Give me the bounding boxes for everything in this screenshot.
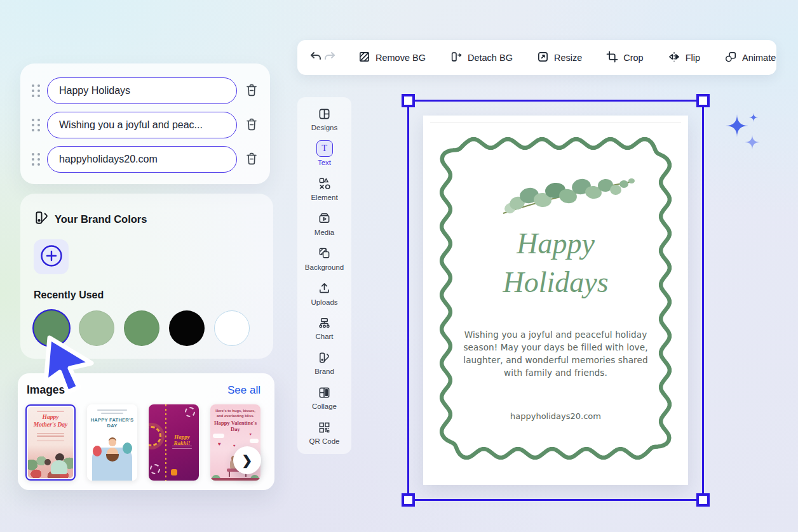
remove-bg-icon bbox=[358, 51, 370, 65]
text-field-row bbox=[29, 112, 261, 138]
side-toolbar: Designs T Text Element Media Background … bbox=[297, 97, 351, 454]
trash-icon bbox=[245, 117, 259, 134]
redo-icon bbox=[323, 50, 337, 65]
color-swatch-black[interactable] bbox=[169, 310, 205, 346]
crop-icon bbox=[606, 51, 618, 65]
next-images-button[interactable]: ❯ bbox=[233, 446, 261, 474]
sidebar-item-label: Chart bbox=[315, 333, 333, 340]
images-title: Images bbox=[27, 383, 65, 397]
resize-label: Resize bbox=[554, 53, 582, 63]
images-panel: Images See all HappyMother's Day HAPPY F… bbox=[18, 373, 274, 490]
undo-icon bbox=[309, 50, 323, 65]
undo-button[interactable] bbox=[309, 47, 323, 69]
delete-field-button[interactable] bbox=[242, 81, 261, 101]
animate-icon bbox=[724, 51, 737, 65]
rakhi-mandala bbox=[149, 426, 161, 446]
sidebar-item-label: Brand bbox=[314, 368, 334, 375]
sidebar-item-label: QR Code bbox=[309, 437, 340, 445]
text-field-row bbox=[29, 146, 261, 173]
crop-button[interactable]: Crop bbox=[598, 46, 651, 70]
text-field-row bbox=[29, 77, 261, 104]
resize-handle-bottom-left[interactable] bbox=[402, 493, 415, 507]
sidebar-item-label: Element bbox=[311, 194, 337, 201]
animate-label: Animate bbox=[742, 53, 776, 63]
chart-icon bbox=[316, 314, 333, 331]
text-field-title[interactable] bbox=[47, 77, 237, 104]
detach-bg-button[interactable]: Detach BG bbox=[442, 46, 520, 70]
brand-colors-panel: Your Brand Colors Recently Used bbox=[20, 194, 273, 359]
element-icon bbox=[316, 175, 333, 192]
sidebar-item-label: Media bbox=[314, 229, 334, 236]
brand-colors-title: Your Brand Colors bbox=[55, 213, 147, 225]
sidebar-item-label: Designs bbox=[311, 124, 338, 131]
text-fields-panel bbox=[20, 63, 270, 184]
resize-button[interactable]: Resize bbox=[529, 46, 590, 70]
redo-button[interactable] bbox=[323, 47, 337, 69]
text-field-website[interactable] bbox=[47, 146, 237, 173]
sidebar-item-background[interactable]: Background bbox=[297, 245, 351, 280]
fathers-day-title: HAPPY FATHER'S DAY bbox=[87, 417, 137, 429]
plus-circle-icon bbox=[39, 244, 64, 270]
remove-bg-label: Remove BG bbox=[375, 53, 426, 63]
resize-handle-top-left[interactable] bbox=[402, 94, 415, 107]
collage-icon bbox=[316, 384, 333, 401]
delete-field-button[interactable] bbox=[242, 115, 261, 135]
chevron-right-icon: ❯ bbox=[242, 453, 253, 468]
detach-bg-icon bbox=[450, 51, 463, 65]
text-field-message[interactable] bbox=[47, 112, 237, 138]
drag-handle-icon[interactable] bbox=[29, 84, 43, 97]
see-all-link[interactable]: See all bbox=[227, 384, 260, 397]
trash-icon bbox=[245, 83, 259, 100]
top-toolbar: Remove BG Detach BG Resize Crop Flip Ani… bbox=[297, 40, 776, 75]
sidebar-item-designs[interactable]: Designs bbox=[297, 105, 351, 140]
recently-used-label: Recently Used bbox=[34, 289, 260, 301]
sidebar-item-media[interactable]: Media bbox=[297, 210, 351, 245]
background-icon bbox=[316, 245, 333, 262]
detach-bg-label: Detach BG bbox=[468, 53, 513, 63]
uploads-icon bbox=[316, 280, 333, 296]
sidebar-item-chart[interactable]: Chart bbox=[297, 314, 351, 349]
ai-sparkles-icon bbox=[723, 109, 764, 157]
crop-label: Crop bbox=[623, 53, 643, 63]
svg-text:T: T bbox=[321, 143, 327, 153]
sidebar-item-label: Uploads bbox=[311, 298, 337, 306]
selection-bounding-box[interactable] bbox=[407, 100, 704, 501]
resize-handle-bottom-right[interactable] bbox=[696, 493, 710, 507]
flip-button[interactable]: Flip bbox=[660, 46, 708, 70]
brand-icon bbox=[316, 349, 333, 366]
brand-colors-icon bbox=[34, 210, 49, 228]
sidebar-item-qr-code[interactable]: QR Code bbox=[297, 419, 351, 454]
recently-used-swatches bbox=[34, 310, 260, 346]
sidebar-item-label: Background bbox=[305, 263, 344, 271]
add-brand-color-button[interactable] bbox=[34, 239, 69, 274]
valentines-title: Happy Valentine's Day bbox=[212, 420, 259, 433]
valentines-subtitle: Here's to hugs, kisses, and everlasting … bbox=[213, 409, 258, 419]
media-icon bbox=[316, 210, 333, 227]
resize-handle-top-right[interactable] bbox=[696, 94, 710, 107]
qr-code-icon bbox=[316, 419, 333, 436]
sidebar-item-label: Text bbox=[318, 159, 331, 166]
drag-handle-icon[interactable] bbox=[29, 119, 43, 131]
sidebar-item-text[interactable]: T Text bbox=[297, 140, 351, 175]
thumbnail-fathers-day-card[interactable]: HAPPY FATHER'S DAY bbox=[87, 404, 137, 481]
sidebar-item-element[interactable]: Element bbox=[297, 175, 351, 210]
sidebar-item-collage[interactable]: Collage bbox=[297, 384, 351, 419]
sidebar-item-brand[interactable]: Brand bbox=[297, 349, 351, 384]
drag-handle-icon[interactable] bbox=[29, 153, 43, 166]
sidebar-item-uploads[interactable]: Uploads bbox=[297, 280, 351, 315]
rakhi-logo bbox=[171, 469, 177, 475]
resize-icon bbox=[537, 51, 549, 65]
mothers-day-title: HappyMother's Day bbox=[28, 414, 73, 429]
flip-icon bbox=[668, 51, 680, 65]
color-swatch-light-green[interactable] bbox=[79, 310, 114, 346]
color-swatch-green[interactable] bbox=[124, 310, 159, 346]
animate-button[interactable]: Animate bbox=[717, 46, 783, 70]
delete-field-button[interactable] bbox=[242, 149, 261, 170]
color-swatch-green-selected[interactable] bbox=[34, 310, 69, 346]
thumbnail-mothers-day-card[interactable]: HappyMother's Day bbox=[25, 404, 76, 481]
remove-bg-button[interactable]: Remove BG bbox=[351, 46, 433, 70]
color-swatch-white[interactable] bbox=[214, 310, 250, 346]
text-icon: T bbox=[316, 140, 333, 157]
flip-label: Flip bbox=[686, 53, 700, 63]
thumbnail-rakhi-card[interactable]: Happy Rakhi! bbox=[149, 404, 199, 481]
